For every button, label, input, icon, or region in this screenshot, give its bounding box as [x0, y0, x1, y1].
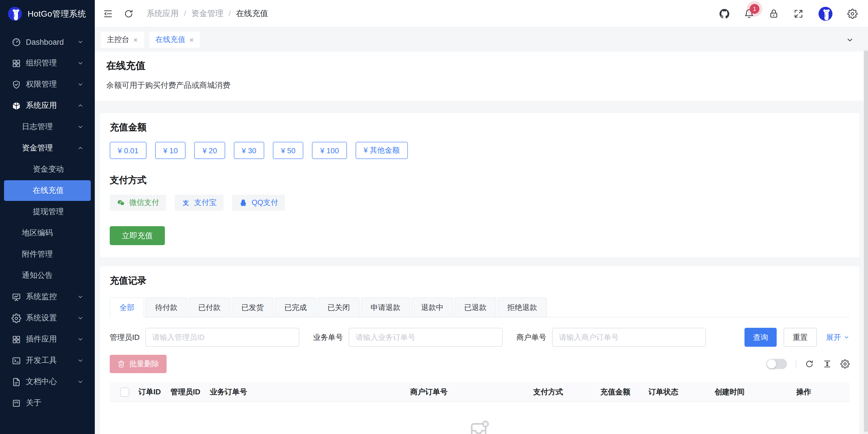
status-tab[interactable]: 已发货: [231, 297, 273, 317]
status-tab[interactable]: 已关闭: [318, 297, 360, 317]
records-card: 充值记录 全部待付款已付款已发货已完成已关闭申请退款退款中已退款拒绝退款 管理员…: [100, 266, 859, 434]
status-tab[interactable]: 拒绝退款: [497, 297, 547, 317]
amount-option-button[interactable]: ¥ 其他金额: [355, 142, 408, 159]
main-area: 系统应用资金管理在线充值 1 主控台 ×: [95, 0, 868, 434]
sidebar-item[interactable]: 关于: [4, 393, 91, 413]
close-icon[interactable]: ×: [189, 36, 194, 43]
sidebar-item-label: 开发工具: [26, 355, 57, 366]
amount-option-button[interactable]: ¥ 30: [234, 142, 265, 159]
sidebar-item[interactable]: 文档中心: [4, 371, 91, 392]
payment-method-button[interactable]: 微信支付: [110, 195, 166, 211]
page-content: 在线充值 余额可用于购买付费产品或商城消费 充值金额 ¥ 0.01¥ 10¥ 2…: [95, 52, 868, 434]
select-all-checkbox[interactable]: [120, 387, 129, 396]
refresh-table-icon[interactable]: [805, 359, 814, 369]
filter-label: 业务单号: [313, 332, 343, 342]
fullscreen-icon[interactable]: [793, 8, 804, 19]
sidebar-item[interactable]: 提现管理: [4, 201, 91, 222]
koala-logo-icon: [7, 6, 22, 21]
filter-input[interactable]: [552, 328, 706, 347]
status-tab[interactable]: 已完成: [275, 297, 316, 317]
batch-delete-button[interactable]: 批量删除: [110, 355, 166, 373]
table-settings-icon[interactable]: [840, 359, 849, 369]
page-tab[interactable]: 在线充值 ×: [149, 32, 200, 48]
payment-method-button[interactable]: QQ支付: [232, 195, 285, 211]
sidebar-item[interactable]: Dashboard: [4, 32, 91, 52]
density-icon[interactable]: [823, 359, 832, 369]
avatar[interactable]: [818, 6, 833, 21]
sidebar-item-label: 资金管理: [22, 143, 53, 153]
status-tab[interactable]: 全部: [110, 297, 144, 317]
shield-check-icon: [11, 79, 21, 89]
bell-icon[interactable]: 1: [744, 8, 754, 19]
sidebar-item[interactable]: 日志管理: [4, 116, 91, 137]
sidebar-item[interactable]: 组织管理: [4, 53, 91, 73]
sidebar-item[interactable]: 权限管理: [4, 74, 91, 95]
sidebar-item[interactable]: 附件管理: [4, 244, 91, 265]
expand-link[interactable]: 展开: [826, 332, 849, 342]
page-tab[interactable]: 主控台 ×: [100, 32, 144, 48]
notification-badge: 1: [750, 4, 760, 13]
page-tab-label: 在线充值: [155, 34, 185, 45]
close-icon[interactable]: ×: [133, 36, 137, 43]
table-column-header: 支付方式: [533, 387, 600, 397]
chevron-down-icon: [77, 314, 84, 322]
topbar-actions: 1: [719, 6, 858, 21]
table-column-header: 创建时间: [715, 387, 796, 397]
chevron-up-icon: [77, 145, 84, 152]
sidebar-item[interactable]: 开发工具: [4, 350, 91, 371]
sidebar-item[interactable]: 资金管理: [4, 138, 91, 159]
breadcrumb-item[interactable]: 资金管理: [191, 8, 231, 19]
chevron-down-icon[interactable]: [846, 35, 854, 44]
filter-input[interactable]: [349, 328, 503, 347]
status-tab[interactable]: 已付款: [188, 297, 230, 317]
amount-option-button[interactable]: ¥ 100: [312, 142, 347, 159]
striped-toggle[interactable]: [766, 359, 787, 369]
amount-option-button[interactable]: ¥ 50: [273, 142, 304, 159]
sidebar-item[interactable]: 插件应用: [4, 329, 91, 349]
recharge-submit-button[interactable]: 立即充值: [110, 226, 165, 245]
sidebar-item-label: 系统监控: [26, 292, 57, 302]
sidebar-item[interactable]: 通知公告: [4, 265, 91, 286]
sidebar-item[interactable]: 系统监控: [4, 287, 91, 307]
filter-row: 管理员ID 业务单号 商户单号 查询 重置: [110, 328, 849, 347]
page-subtitle: 余额可用于购买付费产品或商城消费: [106, 80, 857, 91]
amount-option-button[interactable]: ¥ 0.01: [110, 142, 147, 159]
sidebar-item[interactable]: 系统应用: [4, 95, 91, 116]
page-header: 在线充值 余额可用于购买付费产品或商城消费: [95, 52, 868, 100]
sidebar-item[interactable]: 地区编码: [4, 223, 91, 243]
github-icon[interactable]: [719, 8, 730, 19]
payment-method-label: 支付宝: [194, 198, 217, 208]
recharge-card: 充值金额 ¥ 0.01¥ 10¥ 20¥ 30¥ 50¥ 100¥ 其他金额 支…: [100, 113, 859, 257]
amount-option-button[interactable]: ¥ 20: [194, 142, 225, 159]
filter-input[interactable]: [145, 328, 299, 347]
scrollbar-thumb[interactable]: [864, 51, 868, 432]
sidebar-item-label: 文档中心: [26, 376, 57, 387]
app-title: HotGo管理系统: [28, 8, 86, 19]
filter-group: 管理员ID: [110, 328, 299, 347]
expand-label: 展开: [826, 332, 841, 342]
amount-options: ¥ 0.01¥ 10¥ 20¥ 30¥ 50¥ 100¥ 其他金额: [110, 142, 849, 159]
sidebar-item[interactable]: 在线充值: [4, 180, 91, 201]
breadcrumb-item[interactable]: 在线充值: [236, 8, 268, 19]
sidebar-item[interactable]: 资金变动: [4, 159, 91, 180]
reset-button[interactable]: 重置: [783, 328, 817, 347]
reload-icon[interactable]: [124, 8, 134, 19]
status-tab[interactable]: 已退款: [455, 297, 496, 317]
lock-icon[interactable]: [769, 8, 779, 19]
query-button[interactable]: 查询: [744, 328, 777, 347]
payment-method-button[interactable]: 支 支付宝: [175, 195, 223, 211]
breadcrumb-item[interactable]: 系统应用: [147, 8, 186, 19]
menu-fold-icon[interactable]: [103, 8, 113, 19]
status-tab[interactable]: 申请退款: [361, 297, 410, 317]
filter-actions: 查询 重置 展开: [744, 328, 849, 347]
chevron-down-icon: [77, 38, 84, 45]
status-tab[interactable]: 待付款: [145, 297, 187, 317]
amount-option-button[interactable]: ¥ 10: [155, 142, 186, 159]
chevron-down-icon: [843, 334, 849, 340]
table-column-header: 管理员ID: [170, 387, 210, 397]
gear-icon[interactable]: [847, 8, 858, 19]
pay-section-title: 支付方式: [110, 174, 849, 187]
app-logo[interactable]: HotGo管理系统: [0, 0, 95, 28]
status-tab[interactable]: 退款中: [411, 297, 453, 317]
sidebar-item[interactable]: 系统设置: [4, 308, 91, 328]
